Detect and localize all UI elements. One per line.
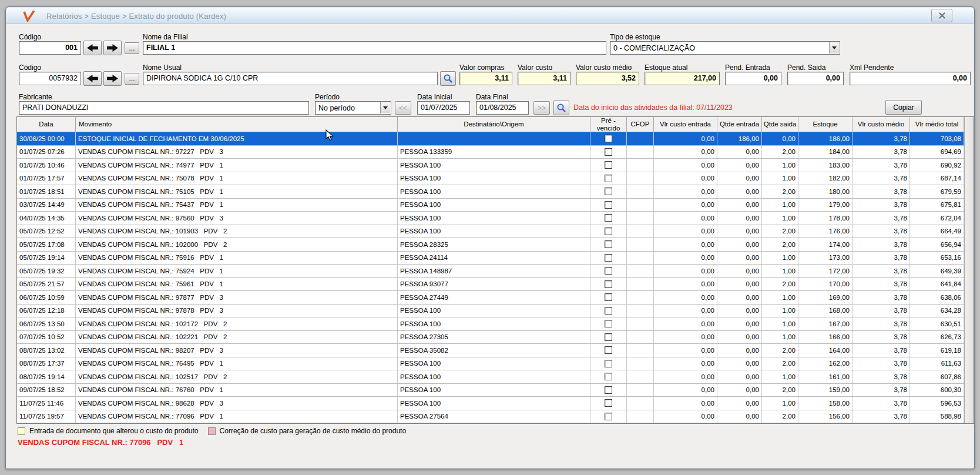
table-row[interactable]: 05/07/25 17:08VENDAS CUPOM FISCAL NR.: 1…	[17, 238, 964, 252]
table-row[interactable]: 01/07/25 17:57VENDAS CUPOM FISCAL NR.: 7…	[17, 172, 964, 186]
periodo-select[interactable]: No período	[315, 101, 391, 115]
estoque-cell: 159,00	[798, 384, 853, 397]
vlr-custo-medio-cell: 3,78	[853, 397, 910, 410]
pre-vencido-checkbox[interactable]	[605, 373, 612, 380]
table-row[interactable]: 05/07/25 19:32VENDAS CUPOM FISCAL NR.: 7…	[17, 265, 964, 278]
vlr-medio-total-cell: 634,28	[910, 305, 964, 318]
pre-vencido-checkbox[interactable]	[605, 307, 612, 315]
pesquisar-button[interactable]	[553, 101, 569, 115]
pre-vencido-checkbox[interactable]	[605, 293, 612, 301]
data-final-input[interactable]: 01/08/2025	[476, 101, 529, 115]
browse-produto-button[interactable]: ...	[125, 73, 139, 85]
table-row[interactable]: 11/07/25 11:46VENDAS CUPOM FISCAL NR.: 9…	[17, 397, 964, 410]
pre-vencido-checkbox[interactable]	[605, 135, 612, 142]
column-header-qtde-saida[interactable]: Qtde saida	[762, 117, 798, 132]
pre-vencido-checkbox[interactable]	[605, 280, 612, 288]
periodo-dropdown-button[interactable]	[380, 102, 390, 113]
vlr-custo-entrada-cell: 0,00	[654, 185, 717, 199]
prev-filial-button[interactable]	[83, 41, 102, 55]
pre-vencido-checkbox[interactable]	[605, 346, 612, 354]
column-header-destinatario-origem[interactable]: Destinatário\Origem	[398, 117, 590, 132]
valor-custo-medio-label: Valor custo médio	[576, 63, 632, 72]
estoque-cell: 156,00	[798, 410, 853, 424]
column-header-vlr-custo-entrada[interactable]: Vlr custo entrada	[654, 117, 717, 132]
vlr-medio-total-cell: 611,63	[910, 357, 964, 371]
table-row[interactable]: 01/07/25 10:46VENDAS CUPOM FISCAL NR.: 7…	[17, 159, 964, 172]
search-produto-button[interactable]	[440, 71, 456, 86]
data-cell: 05/07/25 12:52	[17, 225, 76, 239]
pre-vencido-checkbox[interactable]	[605, 386, 612, 394]
pre-vencido-checkbox[interactable]	[605, 240, 612, 248]
data-cell: 06/07/25 12:18	[17, 305, 76, 318]
pre-vencido-checkbox[interactable]	[605, 399, 612, 407]
pre-vencido-checkbox[interactable]	[605, 267, 612, 275]
codigo-filial-input[interactable]: 001	[19, 41, 81, 55]
table-row[interactable]: 07/07/25 10:52VENDAS CUPOM FISCAL NR.: 1…	[17, 331, 964, 344]
pre-vencido-checkbox[interactable]	[605, 333, 612, 341]
table-row[interactable]: 03/07/25 14:49VENDAS CUPOM FISCAL NR.: 7…	[17, 199, 964, 212]
column-header-vlr-medio-total[interactable]: Vlr médio total	[910, 117, 964, 132]
chevron-down-icon	[832, 46, 837, 49]
table-row[interactable]: 06/07/25 10:59VENDAS CUPOM FISCAL NR.: 9…	[17, 291, 964, 305]
nome-filial-input[interactable]: FILIAL 1	[143, 41, 606, 55]
estoque-cell: 179,00	[798, 199, 853, 212]
fabricante-input[interactable]: PRATI DONADUZZI	[19, 101, 309, 115]
qtde-entrada-cell: 0,00	[717, 357, 762, 371]
table-row[interactable]: 04/07/25 14:35VENDAS CUPOM FISCAL NR.: 9…	[17, 212, 964, 225]
next-filial-button[interactable]	[103, 41, 122, 55]
table-row[interactable]: 11/07/25 19:57VENDAS CUPOM FISCAL NR.: 7…	[17, 410, 964, 424]
next-produto-button[interactable]	[103, 71, 122, 86]
periodo-anterior-button[interactable]: <<	[395, 101, 411, 115]
codigo-produto-input[interactable]: 0057932	[19, 72, 81, 85]
column-header-vlr-custo-medio[interactable]: Vlr custo médio	[853, 117, 910, 132]
browse-filial-button[interactable]: ...	[125, 42, 139, 54]
pre-vencido-checkbox[interactable]	[605, 254, 612, 262]
data-inicial-input[interactable]: 01/07/2025	[417, 101, 470, 115]
pre-vencido-checkbox[interactable]	[605, 201, 612, 209]
column-header-pre-vencido[interactable]: Pré - vencido	[590, 117, 627, 132]
table-row[interactable]: 05/07/25 21:57VENDAS CUPOM FISCAL NR.: 7…	[17, 278, 964, 292]
vlr-custo-entrada-cell: 0,00	[654, 172, 717, 186]
prev-produto-button[interactable]	[83, 71, 102, 86]
pre-vencido-checkbox[interactable]	[605, 320, 612, 327]
close-button[interactable]	[931, 9, 952, 22]
copiar-button[interactable]: Copiar	[885, 100, 922, 115]
table-row[interactable]: 05/07/25 12:52VENDAS CUPOM FISCAL NR.: 1…	[17, 225, 964, 239]
pre-vencido-checkbox[interactable]	[605, 188, 612, 195]
table-row[interactable]: 09/07/25 18:52VENDAS CUPOM FISCAL NR.: 7…	[17, 384, 964, 397]
tipo-estoque-select[interactable]: 0 - COMERCIALIZAÇÃO	[610, 41, 840, 55]
pre-vencido-checkbox[interactable]	[605, 161, 612, 169]
column-header-estoque[interactable]: Estoque	[798, 117, 853, 132]
table-row[interactable]: 01/07/25 07:26VENDAS CUPOM FISCAL NR.: 9…	[17, 146, 964, 159]
column-header-qtde-entrada[interactable]: Qtde entrada	[717, 117, 762, 132]
pre-vencido-checkbox[interactable]	[605, 214, 612, 222]
column-header-cfop[interactable]: CFOP	[627, 117, 654, 132]
pre-vencido-checkbox[interactable]	[605, 360, 612, 367]
title-bar[interactable]: Relatórios > Estoque > Extrato do produt…	[6, 8, 974, 24]
table-row[interactable]: 30/06/25 00:00ESTOQUE INICIAL DE FECHAME…	[17, 132, 964, 146]
vlr-custo-medio-cell: 3,78	[853, 146, 910, 159]
qtde-entrada-cell: 0,00	[717, 370, 762, 384]
table-row[interactable]: 06/07/25 12:18VENDAS CUPOM FISCAL NR.: 9…	[17, 305, 964, 318]
cfop-cell	[627, 331, 654, 344]
column-header-movimento[interactable]: Movimento	[76, 117, 398, 132]
pre-vencido-checkbox[interactable]	[605, 148, 612, 156]
table-row[interactable]: 05/07/25 19:14VENDAS CUPOM FISCAL NR.: 7…	[17, 252, 964, 265]
pre-vencido-checkbox[interactable]	[605, 228, 612, 235]
pre-vencido-checkbox[interactable]	[605, 175, 612, 182]
table-row[interactable]: 08/07/25 13:02VENDAS CUPOM FISCAL NR.: 9…	[17, 344, 964, 357]
data-cell: 05/07/25 17:08	[17, 238, 76, 252]
nome-usual-input[interactable]: DIPIRONA SODICA 1G C/10 CPR	[143, 72, 438, 85]
table-row[interactable]: 08/07/25 17:37VENDAS CUPOM FISCAL NR.: 7…	[17, 357, 964, 371]
vlr-custo-entrada-cell: 0,00	[654, 357, 717, 371]
vertical-scrollbar[interactable]	[964, 117, 974, 423]
column-header-data[interactable]: Data	[17, 117, 76, 132]
movimento-cell: VENDAS CUPOM FISCAL NR.: 76495 PDV 1	[76, 357, 398, 371]
table-row[interactable]: 06/07/25 13:50VENDAS CUPOM FISCAL NR.: 1…	[17, 317, 964, 331]
table-row[interactable]: 01/07/25 18:51VENDAS CUPOM FISCAL NR.: 7…	[17, 185, 964, 199]
periodo-proximo-button[interactable]: >>	[533, 101, 550, 115]
pre-vencido-checkbox[interactable]	[605, 413, 612, 420]
pre-vencido-cell	[590, 172, 627, 186]
tipo-estoque-dropdown-button[interactable]	[829, 42, 839, 53]
table-row[interactable]: 08/07/25 19:14VENDAS CUPOM FISCAL NR.: 1…	[17, 370, 964, 384]
